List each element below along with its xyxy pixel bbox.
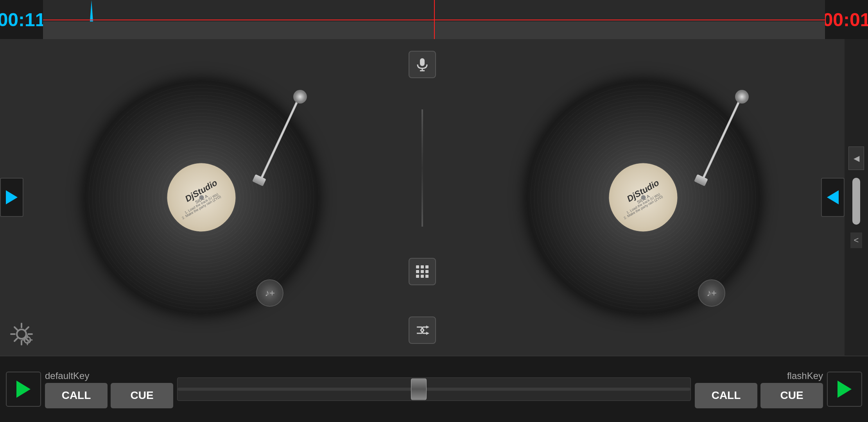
left-bottom-play-icon xyxy=(16,381,30,398)
right-play-button[interactable] xyxy=(821,178,845,217)
right-play-icon xyxy=(827,190,839,204)
left-turntable-wrapper: DjStudio SIDE A 1. Load the track (U Ws)… xyxy=(0,39,403,356)
gear-icon xyxy=(8,320,35,348)
center-panel xyxy=(403,39,442,356)
microphone-button[interactable] xyxy=(409,51,436,78)
edge-scrollbar[interactable] xyxy=(852,178,860,225)
time-right: 00:01 xyxy=(825,0,868,39)
crosshair-horizontal xyxy=(43,20,825,20)
left-tonearm-pivot xyxy=(293,90,307,104)
crossfader-thumb[interactable] xyxy=(411,379,427,400)
right-vinyl-disc: DjStudio SIDE A 1. Load the track (U Ws)… xyxy=(526,80,760,315)
grid-dot xyxy=(421,275,424,278)
left-vinyl-disc: DjStudio SIDE A 1. Load the track (U Ws)… xyxy=(84,80,319,315)
right-tonearm xyxy=(686,90,757,199)
svg-marker-18 xyxy=(426,332,429,335)
right-tonearm-head xyxy=(694,174,708,186)
svg-marker-17 xyxy=(426,325,429,329)
left-play-button[interactable] xyxy=(0,178,23,217)
grid-dot xyxy=(421,265,424,268)
grid-dot xyxy=(425,270,429,273)
left-turntable[interactable]: DjStudio SIDE A 1. Load the track (U Ws)… xyxy=(84,80,319,315)
left-call-button[interactable]: CALL xyxy=(45,383,108,408)
grid-button[interactable] xyxy=(409,258,436,285)
crossfader[interactable] xyxy=(177,377,691,401)
waveform-container[interactable] xyxy=(43,0,825,39)
svg-line-5 xyxy=(14,327,17,330)
right-bottom-play-icon xyxy=(838,381,852,398)
crossfader-track xyxy=(178,388,690,391)
edge-collapse-button[interactable]: < xyxy=(850,232,862,248)
collapse-icon: < xyxy=(854,235,859,245)
left-music-add-icon: ♪+ xyxy=(265,288,275,299)
right-cue-call-group: CALL CUE xyxy=(695,383,823,408)
left-add-track-button[interactable]: ♪+ xyxy=(256,279,283,307)
right-edge-panel: ◀ < xyxy=(845,39,868,356)
left-vinyl-center xyxy=(199,195,204,200)
left-cue-button[interactable]: CUE xyxy=(111,383,173,408)
right-tonearm-arm xyxy=(699,95,743,185)
right-vinyl-label: DjStudio SIDE A 1. Load the track (U Ws)… xyxy=(609,163,678,232)
waveform-bar: 00:11 00:01 xyxy=(0,0,868,39)
grid-icon xyxy=(416,265,429,278)
grid-dot xyxy=(425,265,429,268)
microphone-icon xyxy=(415,57,429,72)
right-cue-button[interactable]: CUE xyxy=(760,383,823,408)
right-music-add-icon: ♪+ xyxy=(707,288,717,299)
svg-line-8 xyxy=(14,338,17,341)
grid-dot xyxy=(416,275,419,278)
grid-dot xyxy=(425,275,429,278)
left-play-icon xyxy=(6,190,18,204)
svg-rect-14 xyxy=(420,58,425,66)
right-deck: DjStudio SIDE A 1. Load the track (U Ws)… xyxy=(442,39,845,356)
grid-dot xyxy=(416,270,419,273)
deck-divider xyxy=(421,109,423,227)
right-bottom-play-button[interactable] xyxy=(827,372,862,407)
time-left: 00:11 xyxy=(0,0,43,39)
right-turntable-wrapper: DjStudio SIDE A 1. Load the track (U Ws)… xyxy=(442,39,845,356)
grid-dot xyxy=(421,270,424,273)
left-cue-call-group: CALL CUE xyxy=(45,383,173,408)
right-turntable[interactable]: DjStudio SIDE A 1. Load the track (U Ws)… xyxy=(526,80,760,315)
grid-dot xyxy=(416,265,419,268)
shuffle-button[interactable] xyxy=(409,316,436,344)
svg-line-6 xyxy=(26,338,29,341)
left-deck: DjStudio SIDE A 1. Load the track (U Ws)… xyxy=(0,39,403,356)
left-vinyl-label: DjStudio SIDE A 1. Load the track (U Ws)… xyxy=(167,163,236,232)
bottom-bar: defaultKey CALL CUE flashKey CALL CUE xyxy=(0,356,868,422)
main-area: DjStudio SIDE A 1. Load the track (U Ws)… xyxy=(0,39,868,356)
left-deck-label-group: defaultKey CALL CUE xyxy=(45,370,173,408)
right-add-track-button[interactable]: ♪+ xyxy=(698,279,725,307)
left-bottom-play-button[interactable] xyxy=(6,372,41,407)
svg-line-7 xyxy=(26,327,29,330)
right-deck-label: flashKey xyxy=(787,370,823,381)
up-arrow-icon: ◀ xyxy=(854,154,859,163)
settings-button[interactable] xyxy=(8,320,35,348)
right-tonearm-pivot xyxy=(735,90,749,104)
left-deck-label: defaultKey xyxy=(45,370,89,381)
right-vinyl-center xyxy=(641,195,646,200)
right-deck-label-group: flashKey CALL CUE xyxy=(695,370,823,408)
shuffle-icon xyxy=(415,323,429,337)
edge-up-arrow[interactable]: ◀ xyxy=(848,147,864,170)
right-call-button[interactable]: CALL xyxy=(695,383,757,408)
